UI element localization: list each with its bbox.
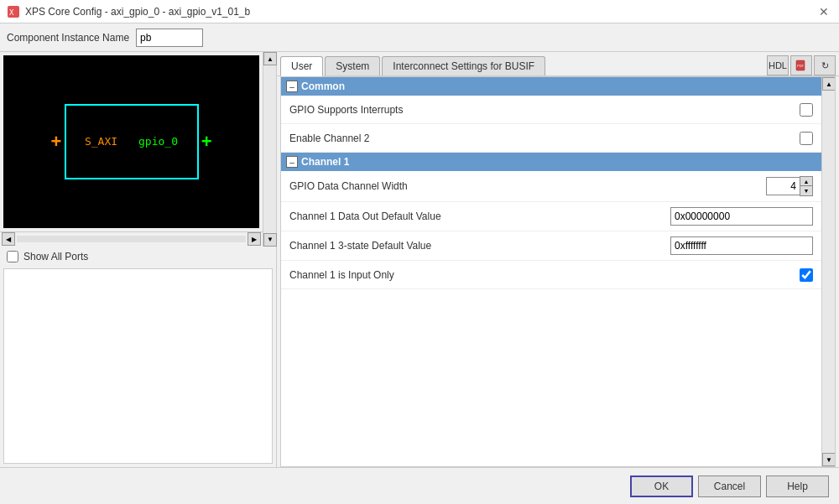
- show-ports-row: Show All Ports: [0, 247, 276, 267]
- h-scroll-right-btn[interactable]: ▶: [248, 232, 261, 246]
- tab-user[interactable]: User: [280, 56, 323, 76]
- show-all-ports-checkbox[interactable]: [7, 251, 18, 262]
- channel-width-row: GPIO Data Channel Width ▲ ▼: [281, 171, 821, 202]
- tristate-default-row: Channel 1 3-state Default Value: [281, 231, 821, 261]
- gpio-interrupts-checkbox[interactable]: [800, 103, 813, 117]
- settings-vscrollbar: ▲ ▼: [821, 77, 835, 466]
- spin-buttons: ▲ ▼: [800, 176, 813, 196]
- plus-left-icon: +: [51, 131, 62, 153]
- channel1-collapse-btn[interactable]: –: [286, 156, 298, 168]
- settings-scroll: – Common GPIO Supports Interrupts Enable…: [281, 77, 835, 466]
- channel-width-input[interactable]: [766, 177, 800, 195]
- tab-interconnect[interactable]: Interconnect Settings for BUSIF: [382, 56, 545, 75]
- svg-text:PDF: PDF: [797, 64, 805, 68]
- settings-scroll-down-btn[interactable]: ▼: [822, 453, 836, 466]
- channel1-section-header: – Channel 1: [281, 153, 821, 171]
- canvas-wrapper: + S_AXI gpio_0 + ◀ ▶: [0, 52, 263, 247]
- input-only-checkbox[interactable]: [800, 268, 813, 282]
- enable-channel2-row: Enable Channel 2: [281, 124, 821, 153]
- left-panel: + S_AXI gpio_0 + ◀ ▶: [0, 52, 277, 467]
- channel-width-label: GPIO Data Channel Width: [289, 180, 766, 192]
- show-all-ports-label: Show All Ports: [23, 251, 88, 262]
- common-section-title: Common: [301, 81, 345, 92]
- settings-panel: – Common GPIO Supports Interrupts Enable…: [280, 76, 836, 467]
- bottom-bar: OK Cancel Help: [0, 467, 839, 504]
- canvas-and-scroll: + S_AXI gpio_0 + ◀ ▶: [0, 52, 276, 247]
- canvas-area: + S_AXI gpio_0 +: [3, 55, 259, 228]
- gpio-interrupts-row: GPIO Supports Interrupts: [281, 96, 821, 124]
- gpio-interrupts-label: GPIO Supports Interrupts: [289, 104, 800, 116]
- h-scroll-area: ◀ ▶: [0, 231, 263, 247]
- gpio-label: gpio_0: [138, 135, 178, 148]
- enable-channel2-label: Enable Channel 2: [289, 132, 800, 144]
- spin-down-btn[interactable]: ▼: [800, 186, 812, 195]
- canvas-scroll-down-btn[interactable]: ▼: [263, 233, 277, 247]
- input-only-row: Channel 1 is Input Only: [281, 261, 821, 289]
- tab-system[interactable]: System: [325, 56, 380, 75]
- canvas-vscrollbar: ▲ ▼: [263, 52, 276, 247]
- left-panel-inner: + S_AXI gpio_0 + ◀ ▶: [0, 52, 276, 467]
- svg-text:X: X: [9, 8, 14, 17]
- right-panel: User System Interconnect Settings for BU…: [277, 52, 839, 467]
- common-section-header: – Common: [281, 77, 821, 96]
- tristate-default-input[interactable]: [670, 236, 813, 255]
- titlebar: X XPS Core Config - axi_gpio_0 - axi_gpi…: [0, 0, 839, 23]
- settings-scroll-track[interactable]: [822, 91, 835, 453]
- app-icon: X: [7, 5, 20, 18]
- channel-width-spinbox: ▲ ▼: [766, 176, 813, 196]
- instance-name-input[interactable]: [136, 29, 203, 47]
- common-collapse-btn[interactable]: –: [286, 81, 298, 92]
- enable-channel2-checkbox[interactable]: [800, 132, 813, 145]
- pdf-button[interactable]: PDF: [790, 55, 812, 75]
- help-button[interactable]: Help: [766, 475, 829, 497]
- h-scroll-track[interactable]: [17, 236, 246, 242]
- refresh-button[interactable]: ↻: [814, 55, 836, 75]
- cancel-button[interactable]: Cancel: [698, 475, 761, 497]
- pdf-icon: PDF: [795, 60, 807, 71]
- instance-name-row: Component Instance Name: [0, 23, 839, 52]
- saxi-label: S_AXI: [85, 135, 117, 148]
- hdl-button[interactable]: HDL: [767, 55, 789, 75]
- canvas-inner: + S_AXI gpio_0 +: [3, 55, 259, 228]
- settings-scroll-up-btn[interactable]: ▲: [822, 77, 836, 91]
- description-text-area: [3, 268, 273, 465]
- input-only-label: Channel 1 is Input Only: [289, 269, 800, 281]
- data-out-default-input[interactable]: [670, 207, 813, 226]
- tristate-default-label: Channel 1 3-state Default Value: [289, 240, 670, 252]
- canvas-scroll-up-btn[interactable]: ▲: [263, 52, 277, 65]
- plus-right-icon: +: [201, 131, 212, 153]
- spin-up-btn[interactable]: ▲: [800, 177, 812, 186]
- data-out-default-row: Channel 1 Data Out Default Value: [281, 202, 821, 231]
- canvas-scroll-track[interactable]: [263, 65, 276, 233]
- close-button[interactable]: ✕: [816, 5, 832, 18]
- component-box: + S_AXI gpio_0 +: [65, 104, 199, 179]
- ok-button[interactable]: OK: [630, 475, 693, 497]
- instance-name-label: Component Instance Name: [7, 32, 129, 44]
- titlebar-title: XPS Core Config - axi_gpio_0 - axi_gpio_…: [25, 6, 250, 18]
- h-scroll-left-btn[interactable]: ◀: [2, 232, 15, 246]
- main-content: + S_AXI gpio_0 + ◀ ▶: [0, 52, 839, 467]
- tabs-row: User System Interconnect Settings for BU…: [277, 52, 839, 76]
- titlebar-left: X XPS Core Config - axi_gpio_0 - axi_gpi…: [7, 5, 250, 18]
- data-out-default-label: Channel 1 Data Out Default Value: [289, 210, 670, 222]
- channel1-section-title: Channel 1: [301, 156, 349, 168]
